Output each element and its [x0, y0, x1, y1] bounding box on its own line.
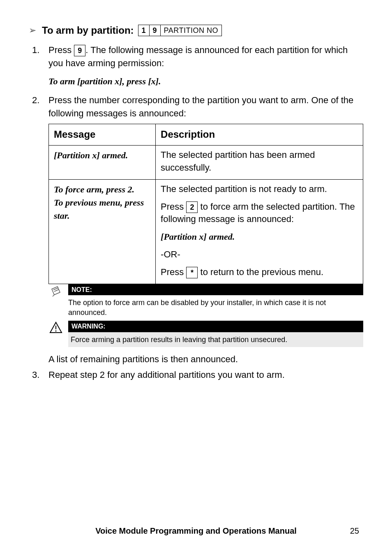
- heading-label: To arm by partition:: [42, 25, 134, 36]
- desc-armed: The selected partition has been armed su…: [156, 146, 363, 180]
- step-1-pre: Press: [48, 45, 74, 55]
- step-1: 1. Press 9. The following message is ann…: [48, 44, 363, 88]
- footer-title: Voice Module Programming and Operations …: [95, 526, 297, 536]
- footer-page: 25: [350, 526, 359, 536]
- col-message: Message: [49, 124, 156, 146]
- section-heading: ➢ To arm by partition: 1 9 PARTITION NO: [29, 25, 363, 36]
- msg-force: To force arm, press 2. To previous menu,…: [49, 179, 156, 284]
- step-2: 2. Press the number corresponding to the…: [48, 94, 363, 347]
- after-callout-text: A list of remaining partitions is then a…: [29, 353, 363, 366]
- warning-body: WARNING: Force arming a partition result…: [68, 321, 363, 347]
- note-icon: [48, 284, 63, 298]
- warning-callout: WARNING: Force arming a partition result…: [48, 321, 363, 347]
- note-title: NOTE:: [68, 284, 363, 295]
- key-9-inline: 9: [74, 45, 85, 56]
- warning-title: WARNING:: [68, 321, 363, 332]
- note-body: NOTE: The option to force arm can be dis…: [68, 284, 363, 321]
- msg-force-line2: To previous menu, press star.: [54, 196, 150, 222]
- step-number: 1.: [32, 44, 39, 57]
- warning-icon: [48, 321, 63, 334]
- key-9: 9: [150, 25, 161, 36]
- desc-press-2: Press 2 to force arm the selected partit…: [161, 201, 358, 226]
- step-3-text: Repeat step 2 for any additional partiti…: [48, 370, 285, 380]
- steps-list-continued: 3. Repeat step 2 for any additional part…: [29, 368, 363, 382]
- step-number: 3.: [32, 368, 39, 382]
- bullet-arrow-icon: ➢: [29, 25, 36, 36]
- msg-force-line1: To force arm, press 2.: [54, 183, 150, 196]
- key-2-inline: 2: [186, 201, 198, 213]
- note-callout: NOTE: The option to force arm can be dis…: [48, 284, 363, 321]
- step-1-post: . The following message is announced for…: [48, 45, 348, 68]
- page-footer: Voice Module Programming and Operations …: [0, 526, 392, 536]
- table-row: To force arm, press 2. To previous menu,…: [49, 179, 363, 284]
- svg-point-2: [55, 331, 57, 332]
- step-2-text: Press the number corresponding to the pa…: [48, 95, 353, 118]
- table-row: [Partition x] armed. The selected partit…: [49, 146, 363, 180]
- desc-or: -OR-: [161, 248, 358, 261]
- msg-armed: [Partition x] armed.: [49, 146, 156, 180]
- key-partition-no: PARTITION NO: [161, 25, 221, 36]
- desc-press-star: Press * to return to the previous menu.: [161, 266, 358, 279]
- note-text: The option to force arm can be disabled …: [68, 295, 363, 321]
- desc-armed-quote: [Partition x] armed.: [161, 231, 358, 243]
- key-1: 1: [138, 25, 150, 36]
- desc-not-ready: The selected partition is not ready to a…: [161, 183, 358, 196]
- key-sequence: 1 9 PARTITION NO: [138, 25, 222, 36]
- step-3: 3. Repeat step 2 for any additional part…: [48, 368, 363, 382]
- voice-prompt: To arm [partition x], press [x].: [48, 75, 363, 88]
- steps-list: 1. Press 9. The following message is ann…: [29, 44, 363, 347]
- desc-armed-text: The selected partition has been armed su…: [161, 149, 358, 174]
- step-number: 2.: [32, 94, 39, 107]
- col-description: Description: [156, 124, 363, 146]
- key-star-inline: *: [186, 267, 198, 278]
- desc-force: The selected partition is not ready to a…: [156, 179, 363, 284]
- message-table: Message Description [Partition x] armed.…: [48, 124, 363, 284]
- warning-text: Force arming a partition results in leav…: [68, 332, 363, 347]
